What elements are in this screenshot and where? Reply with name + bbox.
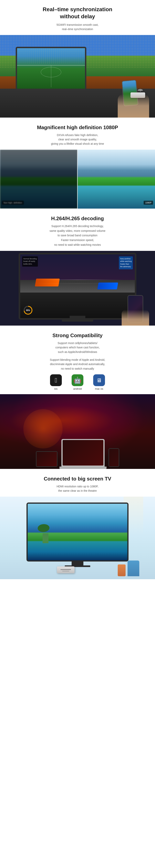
os-ios-item:  ios [50,374,62,390]
section1-subtitle-line2: real–time synchronization [62,28,93,31]
section-compatibility: Strong Compatibility Support most cellph… [0,326,155,390]
section4-sub-1: Support most cellphones/tablets/ [57,341,97,345]
section2-sub-1: DXVA refuses fake high definition, [57,133,98,137]
right-phone-wrapper [109,448,119,469]
fantasy-glow [0,394,155,446]
hd-side: 1080P [77,150,155,209]
overlay-left-line3: Buffer:85% [23,263,37,266]
tv-crowd-pattern [17,48,85,64]
section4-subtitle-top: Support most cellphones/tablets/ compute… [4,341,151,354]
hand-section3 [122,310,149,326]
section-realtime: Real–time synchronization without delay … [0,0,155,31]
tv-screen: Normal decoding break off easily Buffer:… [20,254,135,318]
section2-title-text: Magnificent high definition 1080P [37,124,118,130]
section3-title: H.264/H.265 decoding [4,215,151,222]
section-codec: H.264/H.265 decoding Support H.264/H.265… [0,209,155,247]
section1-title-line2: without delay [60,13,95,20]
device-row [0,439,155,469]
overlay-right-line3: Faster than [120,263,132,266]
section3-title-text: H.264/H.265 decoding [51,215,104,221]
tablet-screen [37,452,57,466]
tree-trunk [43,533,48,543]
ios-icon-box:  [50,374,62,386]
svg-text:85%: 85% [26,309,30,311]
decor-object-2 [118,564,125,576]
section5-title-text: Connected to big screen TV [44,476,111,482]
section3-sub-3: to save broad band consumption [57,234,97,237]
hd-comparison-image: Non high- definition 1080P [0,150,155,209]
field-circle [41,67,61,77]
os-icons-row:  ios 🤖 android 🖥 mac os [4,374,151,390]
connected-tv-device [27,502,128,561]
android-icon: 🤖 [74,376,81,384]
tv-stand [70,316,85,320]
buffer-progress: 85% [23,305,33,315]
motion-blur-1 [32,280,123,280]
comparison-divider [77,150,78,209]
tablet-device [36,451,57,467]
tv-body: Normal decoding break off easily Buffer:… [18,253,137,320]
motion-blur-2 [32,283,123,284]
section2-title: Magnificent high definition 1080P [4,124,151,130]
section1-title-line1: Real–time synchronization [43,6,112,12]
section2-sub-3: giving you a lifelike visual shock at an… [51,142,104,145]
section5-image [0,497,155,579]
car-race-action [32,277,123,296]
section4-subtitle-bottom: Support blending mode of Apple and Andro… [4,358,151,371]
macos-icon-box: 🖥 [93,374,105,386]
apple-icon:  [55,377,57,384]
laptop-device [62,439,105,467]
hand-silhouette [118,94,149,118]
dongle-detail-1 [61,569,71,570]
wifi-dongle-connected [57,566,75,573]
section4-sub-6: discriminate Apple and Android automatic… [50,363,105,366]
section3-sub-2: same quality video, more compressed volu… [50,229,106,232]
os-macos-item: 🖥 mac os [93,374,105,390]
codec-overlay-left: Normal decoding break off easily Buffer:… [22,256,38,267]
section4-title: Strong Compatibility [4,333,151,339]
section4-title-text: Strong Compatibility [52,333,103,338]
phone-screen-2 [109,449,119,466]
section-hd: Magnificent high definition 1080P DXVA r… [0,118,155,146]
section2-subtitle: DXVA refuses fake high definition, clear… [4,133,151,146]
decor-object-1 [127,560,139,576]
section3-sub-1: Support H.264/H.265 decoding technology, [51,224,104,228]
os-android-item: 🤖 android [72,374,83,390]
section5-subtitle: HDMI resolution ratio up to 1080P, the s… [4,484,151,493]
hd-bg [77,150,155,209]
section4-gaming-image [0,394,155,469]
laptop-screen [63,440,104,466]
section3-subtitle: Support H.264/H.265 decoding technology,… [4,224,151,247]
macos-icon: 🖥 [96,377,102,383]
overlay-right-line2: while watching [120,260,132,263]
section4-sub-7: no need to switch manually [61,367,94,370]
non-hd-side: Non high- definition [0,150,77,209]
overlay-left-line2: break off easily [23,260,37,263]
connected-tv-screen [28,504,127,560]
codec-overlay-right: Now,carefree while watching Faster than … [119,256,133,269]
section3-sub-4: Faster transmission speed, [61,239,94,242]
section1-subtitle: 5GWIFI transmission smooth cast, real–ti… [4,23,151,31]
section4-sub-3: such as Apple/Android/Windows [58,350,97,353]
phone-device-2 [109,448,119,467]
ios-label: ios [54,387,58,390]
section4-sub-2: computers which have cast function, [55,346,100,349]
wifi-signal [137,87,143,92]
section1-subtitle-line1: 5GWIFI transmission smooth cast, [56,23,99,26]
laptop-base [60,467,107,469]
left-tablet-wrapper [36,451,57,469]
section-tv-connected: Connected to big screen TV HDMI resoluti… [0,469,155,493]
overlay-right-line1: Now,carefree [120,257,132,260]
connected-tv-stand [72,561,83,565]
section1-image [0,35,155,118]
tv-base [62,320,93,322]
dongle-detail-2 [62,571,69,571]
mock-tv-device [16,47,86,90]
section3-image: Normal decoding break off easily Buffer:… [0,251,155,326]
android-label: android [73,387,82,390]
section2-sub-2: clear and smooth image quality, [58,138,97,141]
section4-sub-5: Support blending mode of Apple and Andro… [50,358,105,361]
macos-label: mac os [95,387,103,390]
mock-tv-screen [17,48,85,89]
laptop-wrapper [60,439,107,469]
